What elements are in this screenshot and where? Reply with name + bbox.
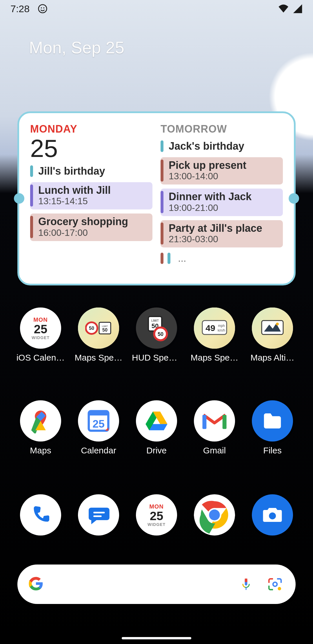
event-title: Dinner with Jack: [169, 191, 252, 202]
app-maps-altimeter[interactable]: Maps Alti…: [246, 307, 299, 363]
today-label: MONDAY: [30, 123, 152, 135]
app-phone[interactable]: Phone: [14, 494, 67, 536]
event-item[interactable]: Dinner with Jack 19:00-21:00: [161, 189, 283, 216]
app-label: Files: [263, 446, 281, 455]
app-maps-speedometer-2[interactable]: 49 mph km/h Maps Spe…: [188, 307, 241, 363]
event-item[interactable]: Jack's birthday: [161, 139, 283, 153]
svg-point-35: [274, 583, 276, 585]
event-color-bar: [30, 184, 33, 207]
event-item[interactable]: Jill's birthday: [30, 164, 152, 178]
widget-resize-handle-right[interactable]: [289, 193, 299, 204]
app-label: HUD Spee…: [132, 353, 181, 363]
app-row-1: MON 25 WIDGET iOS Calen… 50 LIMIT50 Maps…: [0, 307, 313, 363]
event-time: 16:00-17:00: [38, 227, 128, 238]
svg-rect-24: [93, 512, 105, 513]
today-events: Jill's birthday Lunch with Jill 13:15-14…: [30, 164, 152, 241]
event-color-bar: [161, 160, 163, 182]
app-drive[interactable]: Drive: [130, 400, 183, 455]
more-events-label: ...: [176, 253, 186, 264]
event-color-bar: [30, 165, 33, 177]
maps-icon: [20, 400, 61, 442]
event-color-bar: [161, 222, 163, 245]
event-color-bar: [30, 216, 33, 238]
dock-row: Phone Messages MON 25 WIDGET iOS Calenda…: [0, 494, 313, 536]
status-right: [278, 4, 303, 14]
icon-text-sub: WIDGET: [32, 335, 50, 340]
svg-rect-23: [223, 415, 227, 429]
app-ios-calendar-widget[interactable]: MON 25 WIDGET iOS Calen…: [14, 307, 67, 363]
today-day-number: 25: [30, 135, 152, 161]
app-camera[interactable]: Camera: [246, 494, 299, 536]
event-item[interactable]: Lunch with Jill 13:15-14:15: [30, 182, 152, 210]
calendar-today-column: MONDAY 25 Jill's birthday Lunch with Jil…: [30, 123, 152, 274]
event-item[interactable]: Pick up present 13:00-14:00: [161, 157, 283, 185]
app-label: Drive: [146, 446, 167, 455]
files-icon: [252, 400, 293, 442]
app-maps[interactable]: Maps: [14, 400, 67, 455]
home-date-header[interactable]: Mon, Sep 25: [29, 38, 124, 57]
event-item[interactable]: Grocery shopping 16:00-17:00: [30, 214, 152, 241]
navigation-handle[interactable]: [122, 637, 191, 639]
svg-text:50: 50: [89, 326, 94, 331]
maps-speed-49-icon: 49 mph km/h: [194, 307, 235, 349]
google-lens-icon[interactable]: [265, 574, 285, 594]
event-color-bar: [161, 140, 163, 152]
svg-text:25: 25: [92, 418, 105, 430]
event-title: Jack's birthday: [169, 140, 244, 152]
calendar-widget[interactable]: MONDAY 25 Jill's birthday Lunch with Jil…: [17, 111, 296, 285]
icon-text-num: 25: [34, 323, 48, 335]
calendar-tomorrow-column: TOMORROW Jack's birthday Pick up present…: [161, 123, 283, 274]
app-hud-speedometer[interactable]: LIMIT50 50 HUD Spee…: [130, 307, 183, 363]
event-item[interactable]: Party at Jill's place 21:30-03:00: [161, 220, 283, 248]
messages-icon: [78, 494, 119, 536]
app-label: Maps Spe…: [190, 353, 238, 363]
app-label: Maps: [30, 446, 51, 455]
face-icon: [38, 4, 48, 14]
svg-rect-22: [202, 415, 206, 429]
svg-point-0: [39, 5, 47, 13]
svg-rect-25: [93, 515, 102, 517]
chrome-icon: [194, 494, 235, 536]
tomorrow-events: Jack's birthday Pick up present 13:00-14…: [161, 139, 283, 265]
svg-rect-32: [245, 587, 246, 590]
hud-speed-icon: LIMIT50 50: [136, 307, 177, 349]
app-label: Maps Spe…: [74, 353, 122, 363]
app-chrome[interactable]: Chrome: [188, 494, 241, 536]
app-row-2: Maps 25 Calendar Drive Gmail Files: [0, 400, 313, 455]
event-title: Pick up present: [169, 160, 246, 171]
status-left: 7:28: [10, 3, 48, 15]
camera-icon: [252, 494, 293, 536]
svg-rect-20: [89, 411, 108, 415]
google-search-bar[interactable]: [17, 565, 296, 604]
phone-icon: [20, 494, 61, 536]
event-time: 13:00-14:00: [169, 171, 246, 182]
icon-text-num: 25: [150, 510, 163, 522]
event-more[interactable]: ...: [161, 252, 283, 265]
app-label: Maps Alti…: [250, 353, 294, 363]
maps-speed-icon: 50 LIMIT50: [78, 307, 119, 349]
voice-search-icon[interactable]: [236, 574, 256, 594]
event-title: Lunch with Jill: [38, 184, 111, 196]
app-files[interactable]: Files: [246, 400, 299, 455]
app-calendar[interactable]: 25 Calendar: [72, 400, 125, 455]
ios-calendar-widget-icon: MON 25 WIDGET: [136, 494, 177, 536]
widget-resize-handle-left[interactable]: [14, 193, 24, 204]
app-gmail[interactable]: Gmail: [188, 400, 241, 455]
ios-calendar-widget-icon: MON 25 WIDGET: [20, 307, 61, 349]
svg-rect-31: [245, 579, 248, 582]
svg-text:50: 50: [158, 331, 163, 337]
svg-text:mph: mph: [218, 324, 225, 328]
svg-point-33: [278, 587, 281, 590]
icon-text-sub: WIDGET: [148, 522, 165, 527]
app-messages[interactable]: Messages: [72, 494, 125, 536]
wifi-icon: [278, 4, 289, 14]
event-time: 19:00-21:00: [169, 202, 252, 213]
event-color-bar: [161, 253, 163, 264]
svg-text:LIMIT: LIMIT: [151, 319, 159, 322]
svg-point-1: [41, 7, 42, 8]
app-ios-calendar-widget-dock[interactable]: MON 25 WIDGET iOS Calendar Widget: [130, 494, 183, 536]
svg-point-2: [43, 7, 45, 8]
svg-point-29: [269, 512, 276, 519]
app-maps-speedometer-1[interactable]: 50 LIMIT50 Maps Spe…: [72, 307, 125, 363]
cell-signal-icon: [293, 4, 303, 14]
